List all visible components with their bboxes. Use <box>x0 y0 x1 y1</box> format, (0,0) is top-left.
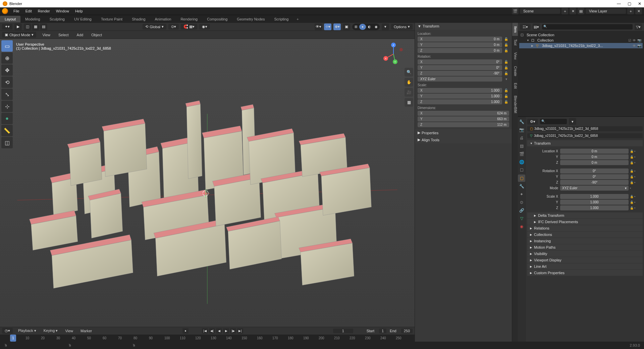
prop-rotation-x-field[interactable]: 0° <box>560 168 629 173</box>
npanel-tab-create[interactable]: Create <box>512 63 518 80</box>
panel-header-relations[interactable]: ▶Relations <box>527 225 643 231</box>
lock-icon[interactable]: 🔓 <box>630 169 634 173</box>
prop-rotation-y-field[interactable]: 0° <box>560 174 629 179</box>
scene-icon[interactable]: 🎬 <box>512 8 519 14</box>
scene-name-field[interactable]: Scene <box>520 8 560 14</box>
prop-location-z-field[interactable]: 0 m <box>560 160 629 165</box>
lock-icon[interactable]: 🔓 <box>503 37 509 41</box>
world-tab-icon[interactable]: 🌐 <box>518 158 525 166</box>
workspace-tab-modeling[interactable]: Modeling <box>20 16 45 22</box>
lock-icon[interactable]: 🔓 <box>503 100 509 104</box>
timeline-editor-icon[interactable]: ◷▾ <box>2 328 13 334</box>
npanel-tab-tool[interactable]: Tool <box>512 36 518 49</box>
output-tab-icon[interactable]: 🖨 <box>518 134 525 142</box>
expand-icon[interactable]: ▶ <box>531 44 535 47</box>
transform-section-header[interactable]: ▼Transform <box>527 140 643 146</box>
object-tab-icon[interactable]: ▢ <box>518 174 525 182</box>
object-name-field[interactable]: ▢ 3dbag_v21031_7425c21b_lod22_3d_6858 <box>527 126 643 131</box>
constraint-tab-icon[interactable]: 🔗 <box>518 207 525 214</box>
cursor-tool-icon[interactable]: ▶ <box>14 23 22 30</box>
filter-icon[interactable]: ▽▾ <box>635 23 642 30</box>
menu-edit[interactable]: Edit <box>23 8 35 14</box>
transform-panel-header[interactable]: ▼ Transform <box>415 23 512 30</box>
location-z-field[interactable]: Z0 m <box>418 48 502 53</box>
properties-panel-header[interactable]: ▶ Properties <box>415 129 512 136</box>
prop-scale-z-field[interactable]: 1.000 <box>560 205 629 210</box>
render-icon[interactable]: 📷 <box>637 44 641 48</box>
location-y-field[interactable]: Y0 m <box>418 42 502 47</box>
rotation-mode-dropdown[interactable]: XYZ Euler <box>418 77 502 82</box>
lock-icon[interactable]: 🔓 <box>630 181 634 184</box>
prop-location-y-field[interactable]: 0 m <box>560 154 629 159</box>
viewlayer-icon[interactable]: ▤ <box>578 8 584 14</box>
prop-location-x-field[interactable]: 0 m <box>560 149 629 154</box>
npanel-tab-item[interactable]: Item <box>512 23 518 36</box>
eye-icon[interactable]: 👁 <box>633 39 636 42</box>
pin-icon[interactable]: ▾ <box>569 118 576 125</box>
viewlayer-tab-icon[interactable]: ▤ <box>518 142 525 150</box>
menu-help[interactable]: Help <box>72 8 86 14</box>
rotation-x-field[interactable]: X0° <box>418 59 502 64</box>
play-reverse-icon[interactable]: ◀ <box>216 328 222 334</box>
particle-tab-icon[interactable]: ✦ <box>518 191 525 198</box>
panel-header-visibility[interactable]: ▶Visibility <box>527 251 643 257</box>
lock-icon[interactable]: 🔓 <box>503 60 509 64</box>
workspace-tab-texturepaint[interactable]: Texture Paint <box>96 16 127 22</box>
add-menu[interactable]: Add <box>75 32 86 38</box>
menu-window[interactable]: Window <box>53 8 72 14</box>
delete-viewlayer-icon[interactable]: ✕ <box>635 8 642 14</box>
keying-menu[interactable]: Keying ▾ <box>42 328 60 334</box>
timeline-view-menu[interactable]: View <box>63 328 75 334</box>
editor-type-dropdown[interactable]: ✦▾ <box>2 24 12 30</box>
marker-menu[interactable]: Marker <box>78 328 94 334</box>
shading-wireframe-icon[interactable]: ⊞ <box>353 24 359 30</box>
npanel-tab-edit[interactable]: Edit <box>512 80 518 92</box>
lock-icon[interactable]: 🔓 <box>630 206 634 210</box>
lock-icon[interactable]: 🔓 <box>503 43 509 47</box>
material-tab-icon[interactable]: ◉ <box>518 223 525 230</box>
panel-header-motion-paths[interactable]: ▶Motion Paths <box>527 244 643 250</box>
outliner-editor-icon[interactable]: ☷▾ <box>520 24 531 30</box>
workspace-tab-animation[interactable]: Animation <box>150 16 176 22</box>
eye-icon[interactable]: 👁 <box>633 44 636 48</box>
keyframe-prev-icon[interactable]: ◀| <box>209 328 215 334</box>
scale-z-field[interactable]: Z1.000 <box>418 99 502 104</box>
lock-icon[interactable]: 🔓 <box>503 66 509 69</box>
tree-row-scene-collection[interactable]: ☐ Scene Collection <box>519 32 643 38</box>
location-x-field[interactable]: X0 m <box>418 37 502 42</box>
outliner-search-input[interactable] <box>542 24 633 30</box>
panel-header-line-art[interactable]: ▶Line Art <box>527 263 643 269</box>
tree-row-collection[interactable]: ▼ ☐ Collection ☑👁📷 <box>519 38 643 43</box>
expand-icon[interactable]: ▼ <box>527 39 530 42</box>
workspace-tab-uvediting[interactable]: UV Editing <box>69 16 96 22</box>
mesh-tab-icon[interactable]: ▽ <box>518 215 525 222</box>
add-workspace-button[interactable]: + <box>293 16 302 22</box>
proportional-dropdown[interactable]: ◉▾ <box>199 24 210 30</box>
physics-tab-icon[interactable]: ⊙ <box>518 199 525 206</box>
panel-header-ifc-derived-placements[interactable]: ▶IFC Derived Placements <box>527 219 643 225</box>
rotation-y-field[interactable]: Y0° <box>418 65 502 70</box>
npanel-tab-view[interactable]: View <box>512 49 518 63</box>
dim-x-field[interactable]: X624 m <box>418 111 509 116</box>
prop-scale-y-field[interactable]: 1.000 <box>560 200 629 205</box>
render-icon[interactable]: 📷 <box>637 39 641 42</box>
jump-end-icon[interactable]: ▶| <box>237 328 243 334</box>
mesh-name-field[interactable]: ▽ 3dbag_v21031_7425c21b_lod22_3d_6858 <box>527 133 643 138</box>
panel-header-viewport-display[interactable]: ▶Viewport Display <box>527 257 643 263</box>
properties-search-input[interactable] <box>540 119 567 124</box>
snap-dropdown[interactable]: 🧲 ▦▾ <box>181 24 197 30</box>
rotation-z-field[interactable]: Z-90° <box>418 71 502 76</box>
start-frame-field[interactable]: 1 <box>379 329 386 333</box>
end-frame-field[interactable]: 250 <box>401 329 413 333</box>
shading-dropdown-icon[interactable]: ▾ <box>382 23 389 30</box>
workspace-tab-compositing[interactable]: Compositing <box>202 16 232 22</box>
new-scene-icon[interactable]: ＋ <box>561 8 568 14</box>
view-menu[interactable]: View <box>40 32 52 38</box>
aligntools-panel-header[interactable]: ▶ Align Tools <box>415 136 512 143</box>
dim-z-field[interactable]: Z112 m <box>418 122 509 127</box>
xray-icon[interactable]: ▣ <box>343 23 350 30</box>
orientation-dropdown[interactable]: ⟲ Global ▾ <box>143 24 166 30</box>
scene-tab-icon[interactable]: 🎬 <box>518 150 525 158</box>
panel-header-collections[interactable]: ▶Collections <box>527 232 643 238</box>
lock-icon[interactable]: 🔓 <box>503 49 509 52</box>
